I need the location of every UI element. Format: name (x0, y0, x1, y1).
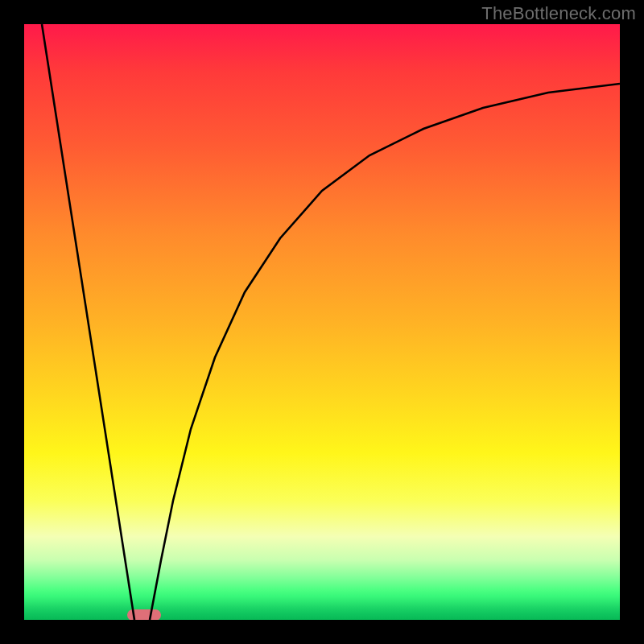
plot-area (24, 24, 620, 620)
watermark-text: TheBottleneck.com (481, 3, 636, 24)
right-curve (150, 84, 620, 620)
chart-frame: TheBottleneck.com (0, 0, 644, 644)
curve-layer (24, 24, 620, 620)
left-line (42, 24, 134, 620)
